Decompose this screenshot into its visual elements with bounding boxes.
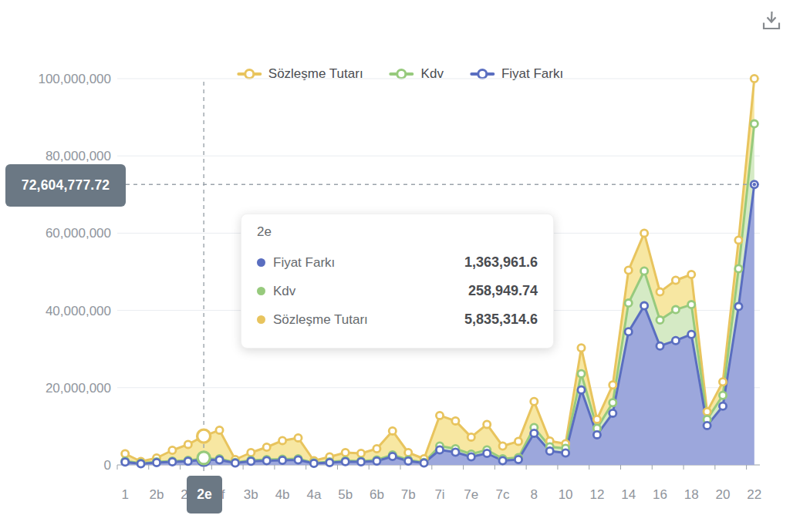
point-kdv (625, 300, 632, 307)
x-axis-tick-label: 7b (401, 487, 416, 502)
x-axis-tick-label: 14 (621, 487, 636, 502)
point-kdv (719, 392, 726, 399)
tooltip-row: Sözleşme Tutarı 5,835,314.6 (257, 305, 538, 334)
x-axis-tick-label: 20 (716, 487, 731, 502)
point-fiyat-farki (373, 457, 380, 464)
x-axis-tick-label: 7e (464, 487, 478, 502)
point-sozlesme-tutari (184, 441, 191, 448)
point-sozlesme-tutari (641, 230, 648, 237)
point-fiyat-farki (562, 450, 569, 456)
point-sozlesme-tutari (468, 433, 474, 440)
tooltip-series-value: 258,949.74 (468, 283, 538, 299)
x-axis-tick-label: 3b (244, 487, 258, 502)
x-axis-tick-label: 5b (338, 487, 353, 502)
point-fiyat-farki (657, 342, 663, 349)
point-kdv-active (197, 452, 210, 464)
point-sozlesme-tutari (578, 345, 585, 352)
point-kdv (672, 306, 679, 313)
chart-page: Sözleşme Tutarı Kdv Fiyat Farkı 100,000,… (0, 0, 800, 532)
x-axis-tick-label: 7i (434, 487, 444, 502)
y-axis-tick-label: 80,000,000 (46, 149, 111, 163)
point-sozlesme-tutari (452, 417, 459, 424)
x-axis-tick-label: 10 (559, 487, 573, 502)
point-fiyat-farki (295, 456, 302, 463)
point-sozlesme-tutari (342, 449, 349, 456)
point-kdv (751, 120, 758, 127)
point-fiyat-farki (641, 302, 648, 309)
point-fiyat-farki (184, 458, 191, 465)
y-axis-tick-label: 0 (104, 458, 111, 473)
y-axis-tick-label: 100,000,000 (38, 72, 111, 86)
point-sozlesme-tutari (719, 379, 726, 386)
point-kdv (609, 399, 616, 406)
point-fiyat-farki (578, 386, 585, 393)
x-axis-tick-label: 7c (496, 487, 510, 502)
point-sozlesme-tutari (295, 434, 302, 441)
point-fiyat-farki (153, 459, 160, 466)
point-sozlesme-tutari (436, 412, 443, 419)
point-fiyat-farki (310, 460, 317, 466)
point-sozlesme-tutari (751, 75, 758, 82)
y-axis-tick-label: 20,000,000 (46, 381, 111, 396)
point-kdv (688, 301, 695, 308)
tooltip-series-value: 5,835,314.6 (464, 311, 538, 328)
point-fiyat-farki (672, 337, 679, 344)
tooltip: 2e Fiyat Farkı 1,363,961.6 Kdv 258,949.7… (241, 214, 554, 348)
point-sozlesme-tutari (688, 271, 695, 278)
point-sozlesme-tutari (373, 445, 380, 452)
tooltip-series-label: Fiyat Farkı (273, 255, 335, 271)
point-sozlesme-tutari (531, 398, 538, 405)
y-axis-pointer-label: 72,604,777.72 (5, 164, 126, 207)
x-axis-tick-label: 8 (531, 487, 538, 502)
point-sozlesme-tutari (657, 288, 663, 295)
x-axis-tick-label: 22 (747, 487, 761, 502)
x-axis-tick-label: 18 (684, 487, 699, 502)
point-kdv (735, 265, 742, 272)
point-sozlesme-tutari (216, 426, 223, 433)
point-fiyat-farki (420, 460, 427, 466)
y-axis-tick-label: 60,000,000 (46, 226, 111, 241)
x-axis-tick-label: 1 (121, 487, 128, 502)
point-sozlesme-tutari (389, 427, 396, 434)
point-kdv (641, 268, 648, 274)
point-sozlesme-tutari (279, 437, 286, 444)
point-kdv (578, 370, 585, 377)
point-fiyat-farki (216, 456, 223, 463)
tooltip-row: Fiyat Farkı 1,363,961.6 (257, 248, 538, 277)
series-dot-icon (257, 258, 265, 267)
point-fiyat-farki (688, 331, 695, 338)
point-fiyat-farki (468, 453, 474, 460)
point-fiyat-farki (279, 456, 286, 463)
point-fiyat-farki (719, 402, 726, 409)
point-sozlesme-tutari (122, 450, 129, 457)
point-sozlesme-tutari (593, 416, 600, 423)
tooltip-series-value: 1,363,961.6 (464, 254, 538, 271)
point-fiyat-farki (137, 460, 144, 467)
x-axis-tick-label: 4a (306, 487, 321, 502)
point-fiyat-farki (452, 449, 459, 456)
tooltip-series-label: Kdv (273, 284, 295, 299)
point-fiyat-farki (484, 450, 491, 456)
point-fiyat-farki (546, 447, 553, 454)
point-fiyat-farki (326, 459, 333, 466)
point-fiyat-farki-center (753, 183, 756, 186)
tooltip-series-label: Sözleşme Tutarı (273, 312, 368, 328)
point-sozlesme-tutari (248, 449, 255, 456)
point-sozlesme-tutari (672, 277, 679, 284)
point-fiyat-farki (248, 458, 255, 465)
point-sozlesme-tutari (515, 438, 522, 445)
point-sozlesme-tutari (484, 421, 491, 428)
point-fiyat-farki (357, 458, 364, 465)
point-fiyat-farki (704, 422, 711, 429)
point-fiyat-farki (609, 409, 616, 416)
point-sozlesme-tutari (405, 449, 412, 456)
point-kdv (657, 317, 663, 324)
point-fiyat-farki (593, 431, 600, 438)
series-dot-icon (257, 315, 265, 324)
point-sozlesme-tutari (609, 382, 616, 389)
point-fiyat-farki (122, 459, 129, 466)
point-fiyat-farki (499, 457, 506, 464)
x-axis-pointer-label: 2e (187, 476, 222, 513)
point-fiyat-farki (169, 458, 176, 465)
point-fiyat-farki (263, 457, 270, 464)
